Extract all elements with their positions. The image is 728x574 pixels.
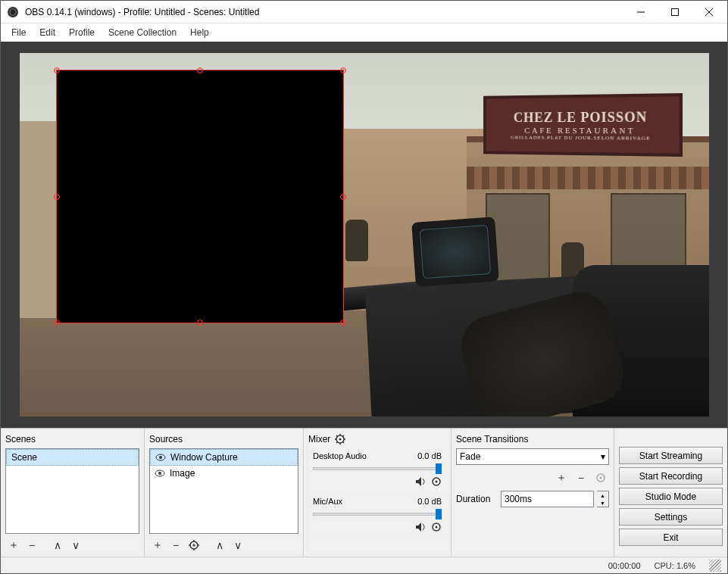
status-time: 00:00:00 (608, 561, 641, 570)
visibility-icon[interactable] (155, 454, 166, 461)
sources-header: Sources (149, 432, 298, 448)
preview-canvas[interactable]: CHEZ LE POISSON CAFE RESTAURANT GRILLADE… (20, 53, 709, 416)
menu-profile[interactable]: Profile (63, 25, 101, 40)
mute-icon[interactable] (416, 523, 426, 532)
svg-marker-30 (416, 523, 421, 532)
source-properties-button[interactable] (186, 537, 202, 554)
status-cpu: CPU: 1.6% (655, 561, 695, 570)
source-selection-rect[interactable] (56, 70, 344, 323)
channel-settings-icon[interactable] (431, 476, 442, 487)
channel-name: Desktop Audio (313, 451, 367, 460)
add-source-button[interactable]: ＋ (149, 537, 166, 554)
scenes-panel: Scenes Scene ＋ − ∧ ∨ (1, 429, 145, 557)
svg-rect-4 (671, 8, 678, 15)
scenes-header: Scenes (5, 432, 139, 448)
sources-list[interactable]: Window Capture Image (149, 448, 298, 534)
source-item-window-capture[interactable]: Window Capture (150, 449, 298, 466)
window-title: OBS 0.14.1 (windows) - Profile: Untitled… (25, 7, 623, 17)
duration-spinner[interactable]: ▲▼ (597, 491, 609, 507)
settings-button[interactable]: Settings (619, 508, 723, 526)
resize-handle-ml[interactable] (54, 194, 60, 200)
channel-level: 0.0 dB (417, 451, 442, 460)
mixer-header: Mixer (308, 432, 446, 448)
resize-grip[interactable] (709, 560, 721, 572)
minimize-button[interactable] (623, 1, 658, 23)
source-item-image[interactable]: Image (150, 466, 298, 481)
start-recording-button[interactable]: Start Recording (619, 467, 723, 485)
resize-handle-tl[interactable] (54, 67, 60, 73)
transition-properties-button[interactable] (592, 469, 609, 486)
transition-select[interactable]: Fade ▾ (456, 448, 609, 465)
svg-point-2 (11, 10, 15, 14)
transitions-panel: Scene Transitions Fade ▾ ＋ − Duration 30… (451, 429, 614, 557)
preview-area[interactable]: CHEZ LE POISSON CAFE RESTAURANT GRILLADE… (1, 42, 727, 428)
sources-panel: Sources Window Capture Image ＋ − ∧ ∨ (145, 429, 304, 557)
visibility-icon[interactable] (155, 469, 165, 477)
resize-handle-mr[interactable] (340, 194, 346, 200)
volume-slider[interactable] (313, 508, 442, 520)
move-source-down-button[interactable]: ∨ (230, 537, 246, 554)
resize-handle-bl[interactable] (54, 320, 60, 326)
channel-name: Mic/Aux (313, 497, 342, 506)
mixer-channel-desktop: Desktop Audio 0.0 dB (308, 448, 446, 494)
mixer-body: Desktop Audio 0.0 dB Mic/Aux 0.0 dB (308, 448, 446, 554)
resize-handle-tm[interactable] (197, 67, 203, 73)
titlebar: OBS 0.14.1 (windows) - Profile: Untitled… (1, 1, 727, 23)
exit-button[interactable]: Exit (619, 529, 723, 546)
maximize-button[interactable] (658, 1, 692, 23)
start-streaming-button[interactable]: Start Streaming (619, 447, 723, 464)
svg-point-10 (158, 472, 161, 475)
svg-point-34 (600, 477, 602, 479)
mixer-settings-icon[interactable] (335, 434, 345, 445)
channel-level: 0.0 dB (417, 497, 442, 506)
mixer-channel-mic: Mic/Aux 0.0 dB (308, 494, 446, 539)
controls-panel: Start Streaming Start Recording Studio M… (614, 429, 727, 557)
add-scene-button[interactable]: ＋ (5, 537, 22, 554)
resize-handle-tr[interactable] (340, 67, 346, 73)
menu-edit[interactable]: Edit (33, 25, 61, 40)
resize-handle-br[interactable] (340, 320, 346, 326)
svg-point-18 (339, 438, 342, 441)
svg-line-24 (343, 442, 345, 444)
mute-icon[interactable] (416, 477, 426, 486)
resize-handle-bm[interactable] (197, 320, 203, 326)
svg-line-25 (343, 435, 345, 437)
channel-settings-icon[interactable] (431, 522, 442, 532)
chevron-down-icon: ▾ (601, 451, 605, 462)
mixer-panel: Mixer Desktop Audio 0.0 dB Mic/Aux (304, 429, 451, 557)
move-source-up-button[interactable]: ∧ (211, 537, 228, 554)
duration-input[interactable]: 300ms (501, 491, 594, 507)
svg-point-12 (193, 544, 195, 547)
bottom-panels: Scenes Scene ＋ − ∧ ∨ Sources Window Capt… (1, 428, 727, 557)
svg-point-29 (436, 481, 438, 483)
svg-point-32 (436, 526, 438, 529)
svg-line-26 (336, 442, 338, 444)
menubar: File Edit Profile Scene Collection Help (1, 23, 727, 42)
close-button[interactable] (692, 1, 726, 23)
menu-scene-collection[interactable]: Scene Collection (102, 25, 183, 40)
shop-sign: CHEZ LE POISSON CAFE RESTAURANT GRILLADE… (483, 93, 683, 157)
svg-line-23 (336, 435, 338, 437)
transitions-header: Scene Transitions (456, 432, 609, 448)
duration-label: Duration (456, 494, 498, 504)
move-scene-up-button[interactable]: ∧ (49, 537, 66, 554)
remove-source-button[interactable]: − (167, 537, 184, 554)
svg-point-8 (159, 456, 162, 459)
menu-file[interactable]: File (5, 25, 32, 40)
volume-slider[interactable] (313, 463, 442, 475)
window-controls (623, 1, 726, 23)
scenes-toolbar: ＋ − ∧ ∨ (5, 534, 139, 554)
svg-marker-27 (416, 477, 421, 486)
app-icon (7, 6, 19, 18)
add-transition-button[interactable]: ＋ (553, 469, 570, 486)
sources-toolbar: ＋ − ∧ ∨ (149, 534, 298, 554)
scene-item[interactable]: Scene (6, 449, 139, 466)
remove-transition-button[interactable]: − (573, 469, 589, 486)
remove-scene-button[interactable]: − (23, 537, 40, 554)
studio-mode-button[interactable]: Studio Mode (619, 488, 723, 505)
move-scene-down-button[interactable]: ∨ (67, 537, 84, 554)
statusbar: 00:00:00 CPU: 1.6% (1, 557, 727, 573)
menu-help[interactable]: Help (184, 25, 215, 40)
scenes-list[interactable]: Scene (5, 448, 139, 534)
